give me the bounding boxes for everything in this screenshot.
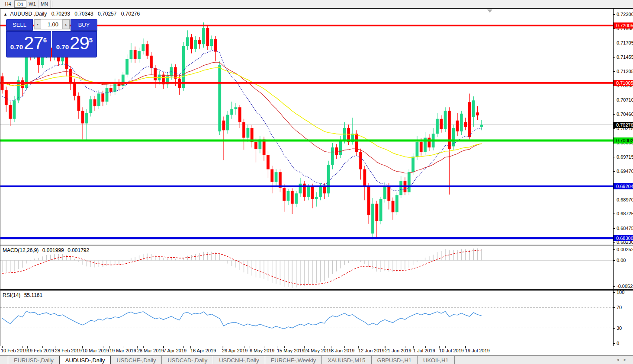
- price-axis-label: 0.71455: [617, 54, 633, 60]
- candle-body: [267, 155, 270, 169]
- candle-body: [242, 122, 245, 138]
- candle-body: [194, 40, 197, 49]
- rsi-pane-separator[interactable]: [0, 289, 633, 291]
- candle-body: [154, 68, 157, 80]
- candle-body: [9, 105, 12, 119]
- chart-tab-audusd-daily[interactable]: AUDUSD-,Daily: [59, 356, 111, 364]
- candle-body: [222, 121, 225, 131]
- buy-button[interactable]: BUY: [71, 19, 97, 31]
- candle-body: [65, 56, 68, 69]
- chart-tab-usdcnh-daily[interactable]: USDCNH-,Daily: [213, 356, 265, 364]
- candle-body: [359, 152, 362, 169]
- timeframe-toolbar: H4D1W1MN: [0, 0, 633, 8]
- sell-button[interactable]: SELL: [6, 19, 33, 31]
- price-shift-marker-icon[interactable]: [487, 10, 492, 13]
- tab-scroll-arrows: ◄►: [616, 358, 630, 362]
- candle-body: [263, 140, 266, 155]
- price-axis-tick: [614, 14, 615, 15]
- ohlc-open: 0.70293: [51, 11, 70, 17]
- candle-body: [408, 172, 411, 192]
- date-label: 10 Mar 2019: [82, 348, 109, 353]
- chart-tab-ukoil-h1[interactable]: UKOil-,H1: [417, 356, 455, 364]
- price-axis-label: 0.71205: [617, 69, 633, 74]
- candle-body: [399, 181, 402, 195]
- candle-body: [395, 195, 398, 212]
- candle-body: [427, 138, 431, 148]
- macd-axis-tick: [614, 260, 615, 261]
- symbol-title: AUDUSD-,Daily: [10, 11, 47, 17]
- macd-axis-tick: [614, 286, 615, 287]
- toolbar-separator: [52, 1, 52, 7]
- candle-body: [476, 112, 479, 115]
- price-axis-tick: [614, 171, 615, 172]
- candle-body: [73, 82, 76, 96]
- price-axis-tick: [614, 128, 615, 129]
- price-axis-tick: [614, 29, 615, 29]
- candle-body: [367, 186, 370, 215]
- timeframe-button-d1[interactable]: D1: [14, 0, 26, 8]
- volume-decrease-icon[interactable]: ▼: [34, 19, 41, 29]
- candle-body: [456, 121, 459, 131]
- rsi-indicator-canvas[interactable]: [0, 291, 613, 345]
- candle-body: [291, 191, 294, 204]
- timeframe-button-h4[interactable]: H4: [2, 0, 14, 8]
- price-axis-label: 0.71705: [617, 40, 633, 46]
- candle-body: [411, 156, 415, 172]
- candle-body: [69, 69, 72, 82]
- ohlc-header: ▲ AUDUSD-,Daily 0.70293 0.70343 0.70257 …: [3, 11, 143, 17]
- candle-body: [5, 90, 8, 105]
- macd-name: MACD(12,26,9): [3, 247, 39, 253]
- rsi-axis-label: 70: [617, 305, 622, 310]
- tab-scroll-left-icon[interactable]: ◄: [616, 358, 623, 362]
- chart-tab-usdcad-daily[interactable]: USDCAD-,Daily: [161, 356, 213, 364]
- volume-increase-icon[interactable]: ▲: [62, 19, 69, 29]
- candle-body: [254, 142, 257, 149]
- candle-body: [307, 186, 310, 197]
- date-label: 16 Apr 2019: [190, 348, 216, 353]
- sell-price-button[interactable]: 0.70 27 6: [6, 31, 51, 57]
- candle-body: [295, 193, 298, 204]
- candle-body: [311, 186, 314, 199]
- trading-platform-window: H4D1W1MN ▲ AUDUSD-,Daily 0.70293 0.70343…: [0, 0, 633, 364]
- candle-body: [448, 111, 451, 149]
- buy-price-button[interactable]: 0.70 29 5: [52, 31, 97, 57]
- candle-body: [383, 186, 386, 199]
- price-axis-divider: [613, 8, 614, 346]
- chart-tab-usdchf-daily[interactable]: USDCHF-,Daily: [110, 356, 162, 364]
- macd-pane-separator[interactable]: [0, 245, 633, 246]
- candle-body: [206, 28, 209, 46]
- timeframe-button-w1[interactable]: W1: [26, 0, 39, 8]
- macd-indicator-canvas[interactable]: [0, 246, 613, 289]
- date-label: 10 Jul 2019: [439, 348, 464, 353]
- tab-scroll-right-icon[interactable]: ►: [623, 358, 630, 362]
- symbol-tabbar: EURUSD-,DailyAUDUSD-,DailyUSDCHF-,DailyU…: [0, 355, 633, 364]
- sell-price-big: 27: [24, 35, 43, 51]
- chart-tab-gbpusd-h1[interactable]: GBPUSD-,H1: [371, 356, 418, 364]
- candle-body: [106, 88, 109, 102]
- buy-price-pip: 5: [89, 36, 93, 44]
- candle-body: [279, 172, 282, 188]
- candle-body: [230, 109, 233, 115]
- candle-body: [21, 80, 24, 88]
- candle-body: [472, 100, 475, 117]
- ohlc-close: 0.70276: [121, 11, 140, 17]
- candle-body: [247, 128, 250, 138]
- candle-body: [444, 111, 447, 129]
- date-label: 15 May 2019: [277, 348, 305, 353]
- chart-tab-eurusd-daily[interactable]: EURUSD-,Daily: [8, 356, 60, 364]
- timeframe-button-mn[interactable]: MN: [39, 0, 51, 8]
- date-label: 26 Apr 2019: [222, 348, 247, 353]
- volume-input[interactable]: [41, 19, 62, 29]
- price-axis-tick: [614, 100, 615, 100]
- price-axis[interactable]: 0.722000.719500.717050.714550.712050.709…: [614, 8, 633, 346]
- date-label: 28 Feb 2019: [55, 348, 82, 353]
- date-label: 19 Mar 2019: [109, 348, 136, 353]
- level-price-label: 0.72005: [614, 22, 633, 29]
- price-axis-tick: [614, 57, 615, 57]
- candle-body: [287, 191, 290, 201]
- date-axis[interactable]: 10 Feb 201919 Feb 201928 Feb 201910 Mar …: [0, 346, 633, 355]
- collapse-chart-icon[interactable]: ▲: [3, 12, 7, 16]
- chart-tab-eurchf-weekly[interactable]: EURCHF-,Weekly: [265, 356, 322, 364]
- chart-tab-xauusd-m15[interactable]: XAUUSD-,M15: [321, 356, 371, 364]
- level-price-label: 0.69204: [614, 183, 633, 189]
